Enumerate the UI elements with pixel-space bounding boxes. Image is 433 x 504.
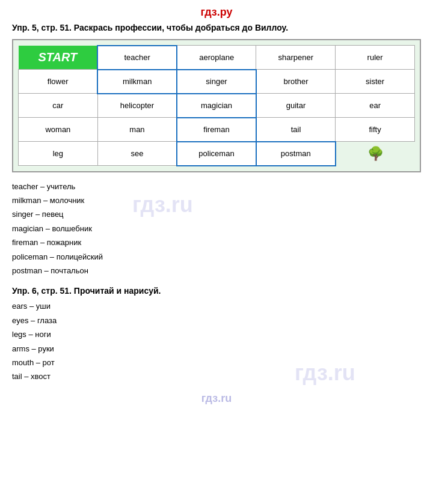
grid-table: STARTteacheraeroplanesharpenerrulerflowe… (18, 45, 415, 166)
footer-watermark: гдз.ru (12, 392, 421, 405)
grid-cell-4-3: postman (256, 142, 336, 166)
vocab-item: singer – певец (12, 207, 421, 221)
grid-cell-2-4: ear (336, 94, 415, 118)
vocab-item: magician – волшебник (12, 222, 421, 235)
grid-cell-2-2: magician (177, 94, 256, 118)
grid-cell-3-2: fireman (177, 118, 256, 142)
grid-cell-4-4: 🌳 (336, 142, 415, 166)
grid-cell-2-0: car (19, 94, 98, 118)
grid-cell-2-1: helicopter (97, 94, 177, 118)
vocab-item2: mouth – рот (12, 356, 421, 369)
grid-cell-4-1: see (97, 142, 177, 166)
grid-cell-0-3: sharpener (256, 46, 336, 70)
vocab-item: milkman – молочник (12, 193, 421, 207)
grid-cell-1-0: flower (19, 70, 98, 94)
vocab-list-1: teacher – учительmilkman – молочникsinge… (12, 180, 421, 278)
vocab-item: fireman – пожарник (12, 235, 421, 249)
exercise1-title: Упр. 5, стр. 51. Раскрась профессии, что… (12, 22, 421, 34)
vocab-item: policeman – полицейский (12, 250, 421, 264)
grid-cell-3-3: tail (256, 118, 336, 142)
exercise2-instruction: . Прочитай и нарисуй. (69, 286, 161, 296)
site-header: гдз.ру (12, 6, 421, 19)
vocab-item: postman – почтальон (12, 264, 421, 278)
exercise1-instruction: . Раскрась профессии, чтобы добраться до… (69, 23, 288, 32)
grid-cell-1-4: sister (336, 70, 415, 94)
grid-cell-4-2: policeman (177, 142, 256, 166)
grid-cell-1-1: milkman (97, 70, 177, 94)
grid-cell-3-0: woman (19, 118, 98, 142)
exercise1-title-bold: Упр. 5, стр. 51 (12, 23, 69, 32)
grid-cell-0-2: aeroplane (177, 46, 256, 70)
vocab-list-2: ears – ушиeyes – глазаlegs – ногиarms – … (12, 299, 421, 383)
grid-cell-2-3: guitar (256, 94, 336, 118)
word-grid: STARTteacheraeroplanesharpenerrulerflowe… (12, 39, 421, 172)
grid-cell-4-0: leg (19, 142, 98, 166)
vocab-item2: legs – ноги (12, 327, 421, 341)
grid-cell-3-4: fifty (336, 118, 415, 142)
exercise2-title-bold: Упр. 6, стр. 51 (12, 286, 69, 296)
grid-cell-3-1: man (97, 118, 177, 142)
grid-cell-1-2: singer (177, 70, 256, 94)
vocab-item2: tail – хвост (12, 369, 421, 383)
grid-cell-0-4: ruler (336, 46, 415, 70)
grid-cell-0-1: teacher (97, 46, 177, 70)
vocab-item2: arms – руки (12, 342, 421, 356)
grid-cell-0-0: START (19, 46, 98, 70)
exercise2-title: Упр. 6, стр. 51. Прочитай и нарисуй. (12, 286, 421, 296)
vocab-item2: eyes – глаза (12, 314, 421, 327)
vocab-item: teacher – учитель (12, 180, 421, 193)
vocab-item2: ears – уши (12, 299, 421, 313)
grid-cell-1-3: brother (256, 70, 336, 94)
